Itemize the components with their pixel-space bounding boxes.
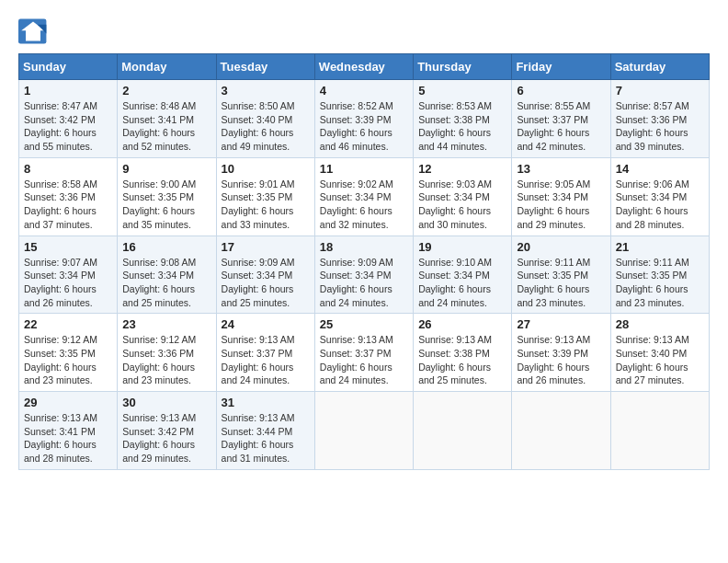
day-number: 31 (222, 396, 310, 409)
day-info: Sunrise: 9:13 AMSunset: 3:39 PMDaylight:… (517, 333, 605, 387)
calendar-day-cell: 16Sunrise: 9:08 AMSunset: 3:34 PMDayligh… (118, 236, 216, 314)
day-number: 8 (24, 162, 112, 176)
day-number: 13 (517, 162, 605, 176)
day-number: 26 (418, 317, 506, 331)
day-info: Sunrise: 8:48 AMSunset: 3:41 PMDaylight:… (122, 99, 210, 154)
day-info: Sunrise: 9:00 AMSunset: 3:35 PMDaylight:… (122, 178, 210, 232)
calendar-day-cell: 13Sunrise: 9:05 AMSunset: 3:34 PMDayligh… (512, 157, 610, 236)
calendar-day-cell (314, 392, 413, 470)
day-number: 3 (222, 84, 310, 98)
day-info: Sunrise: 9:10 AMSunset: 3:34 PMDaylight:… (418, 256, 506, 310)
day-number: 11 (320, 162, 408, 176)
day-info: Sunrise: 9:13 AMSunset: 3:37 PMDaylight:… (222, 333, 310, 387)
day-number: 12 (418, 162, 506, 176)
calendar-day-cell: 19Sunrise: 9:10 AMSunset: 3:34 PMDayligh… (414, 236, 512, 314)
day-info: Sunrise: 9:02 AMSunset: 3:34 PMDaylight:… (320, 178, 408, 232)
calendar-day-cell: 1Sunrise: 8:47 AMSunset: 3:42 PMDaylight… (19, 80, 118, 158)
day-number: 19 (418, 240, 506, 254)
day-info: Sunrise: 8:53 AMSunset: 3:38 PMDaylight:… (418, 99, 506, 154)
day-of-week-header: Tuesday (216, 54, 314, 80)
day-info: Sunrise: 9:12 AMSunset: 3:35 PMDaylight:… (24, 333, 112, 387)
calendar-week-row: 1Sunrise: 8:47 AMSunset: 3:42 PMDaylight… (19, 80, 710, 158)
calendar-day-cell: 14Sunrise: 9:06 AMSunset: 3:34 PMDayligh… (610, 157, 709, 236)
day-info: Sunrise: 9:13 AMSunset: 3:38 PMDaylight:… (418, 333, 506, 387)
day-number: 22 (24, 317, 112, 331)
calendar-day-cell (610, 392, 709, 470)
day-number: 14 (616, 162, 704, 176)
day-info: Sunrise: 9:13 AMSunset: 3:41 PMDaylight:… (24, 411, 112, 465)
day-info: Sunrise: 9:13 AMSunset: 3:42 PMDaylight:… (122, 411, 210, 465)
day-number: 15 (24, 240, 112, 254)
calendar-day-cell: 15Sunrise: 9:07 AMSunset: 3:34 PMDayligh… (19, 236, 118, 314)
day-info: Sunrise: 9:09 AMSunset: 3:34 PMDaylight:… (320, 256, 408, 310)
calendar-day-cell: 29Sunrise: 9:13 AMSunset: 3:41 PMDayligh… (19, 392, 118, 470)
calendar-day-cell: 26Sunrise: 9:13 AMSunset: 3:38 PMDayligh… (414, 314, 512, 392)
calendar-day-cell (512, 392, 610, 470)
day-info: Sunrise: 8:47 AMSunset: 3:42 PMDaylight:… (24, 99, 112, 154)
day-number: 17 (222, 240, 310, 254)
logo (18, 18, 51, 44)
day-info: Sunrise: 9:03 AMSunset: 3:34 PMDaylight:… (418, 178, 506, 232)
calendar-day-cell: 20Sunrise: 9:11 AMSunset: 3:35 PMDayligh… (512, 236, 610, 314)
day-info: Sunrise: 8:57 AMSunset: 3:36 PMDaylight:… (616, 99, 704, 154)
day-info: Sunrise: 9:07 AMSunset: 3:34 PMDaylight:… (24, 256, 112, 310)
calendar-table: SundayMondayTuesdayWednesdayThursdayFrid… (18, 53, 710, 470)
calendar-day-cell: 9Sunrise: 9:00 AMSunset: 3:35 PMDaylight… (118, 157, 216, 236)
day-number: 29 (24, 396, 112, 409)
calendar-day-cell: 6Sunrise: 8:55 AMSunset: 3:37 PMDaylight… (512, 80, 610, 158)
day-number: 27 (517, 317, 605, 331)
day-info: Sunrise: 9:08 AMSunset: 3:34 PMDaylight:… (122, 256, 210, 310)
day-info: Sunrise: 9:05 AMSunset: 3:34 PMDaylight:… (517, 178, 605, 232)
day-info: Sunrise: 9:09 AMSunset: 3:34 PMDaylight:… (222, 256, 310, 310)
day-of-week-header: Friday (512, 54, 610, 80)
day-number: 18 (320, 240, 408, 254)
calendar-header: SundayMondayTuesdayWednesdayThursdayFrid… (19, 54, 710, 80)
calendar-day-cell: 30Sunrise: 9:13 AMSunset: 3:42 PMDayligh… (118, 392, 216, 470)
calendar-day-cell: 12Sunrise: 9:03 AMSunset: 3:34 PMDayligh… (414, 157, 512, 236)
day-info: Sunrise: 9:13 AMSunset: 3:40 PMDaylight:… (616, 333, 704, 387)
calendar-week-row: 22Sunrise: 9:12 AMSunset: 3:35 PMDayligh… (19, 314, 710, 392)
day-of-week-header: Wednesday (314, 54, 413, 80)
day-number: 23 (122, 317, 210, 331)
day-number: 16 (122, 240, 210, 254)
calendar-day-cell: 7Sunrise: 8:57 AMSunset: 3:36 PMDaylight… (610, 80, 709, 158)
calendar-day-cell: 4Sunrise: 8:52 AMSunset: 3:39 PMDaylight… (314, 80, 413, 158)
calendar-day-cell: 27Sunrise: 9:13 AMSunset: 3:39 PMDayligh… (512, 314, 610, 392)
day-info: Sunrise: 8:55 AMSunset: 3:37 PMDaylight:… (517, 99, 605, 154)
calendar-day-cell: 17Sunrise: 9:09 AMSunset: 3:34 PMDayligh… (216, 236, 314, 314)
calendar-day-cell: 18Sunrise: 9:09 AMSunset: 3:34 PMDayligh… (314, 236, 413, 314)
day-of-week-header: Saturday (610, 54, 709, 80)
calendar-body: 1Sunrise: 8:47 AMSunset: 3:42 PMDaylight… (19, 80, 710, 470)
day-number: 25 (320, 317, 408, 331)
calendar-day-cell: 21Sunrise: 9:11 AMSunset: 3:35 PMDayligh… (610, 236, 709, 314)
day-number: 1 (24, 84, 112, 98)
calendar-day-cell: 11Sunrise: 9:02 AMSunset: 3:34 PMDayligh… (314, 157, 413, 236)
day-number: 20 (517, 240, 605, 254)
day-number: 28 (616, 317, 704, 331)
day-info: Sunrise: 9:13 AMSunset: 3:37 PMDaylight:… (320, 333, 408, 387)
calendar-day-cell (414, 392, 512, 470)
day-info: Sunrise: 8:58 AMSunset: 3:36 PMDaylight:… (24, 178, 112, 232)
page-header (18, 18, 710, 44)
day-number: 6 (517, 84, 605, 98)
day-number: 21 (616, 240, 704, 254)
day-number: 4 (320, 84, 408, 98)
calendar-day-cell: 10Sunrise: 9:01 AMSunset: 3:35 PMDayligh… (216, 157, 314, 236)
calendar-week-row: 8Sunrise: 8:58 AMSunset: 3:36 PMDaylight… (19, 157, 710, 236)
day-number: 30 (122, 396, 210, 409)
logo-icon (18, 18, 48, 44)
calendar-day-cell: 24Sunrise: 9:13 AMSunset: 3:37 PMDayligh… (216, 314, 314, 392)
calendar-day-cell: 5Sunrise: 8:53 AMSunset: 3:38 PMDaylight… (414, 80, 512, 158)
day-info: Sunrise: 8:52 AMSunset: 3:39 PMDaylight:… (320, 99, 408, 154)
day-number: 2 (122, 84, 210, 98)
day-info: Sunrise: 8:50 AMSunset: 3:40 PMDaylight:… (222, 99, 310, 154)
day-of-week-header: Monday (118, 54, 216, 80)
day-number: 7 (616, 84, 704, 98)
calendar-day-cell: 22Sunrise: 9:12 AMSunset: 3:35 PMDayligh… (19, 314, 118, 392)
day-number: 24 (222, 317, 310, 331)
calendar-day-cell: 31Sunrise: 9:13 AMSunset: 3:44 PMDayligh… (216, 392, 314, 470)
calendar-day-cell: 23Sunrise: 9:12 AMSunset: 3:36 PMDayligh… (118, 314, 216, 392)
day-of-week-header: Thursday (414, 54, 512, 80)
calendar-week-row: 29Sunrise: 9:13 AMSunset: 3:41 PMDayligh… (19, 392, 710, 470)
calendar-week-row: 15Sunrise: 9:07 AMSunset: 3:34 PMDayligh… (19, 236, 710, 314)
